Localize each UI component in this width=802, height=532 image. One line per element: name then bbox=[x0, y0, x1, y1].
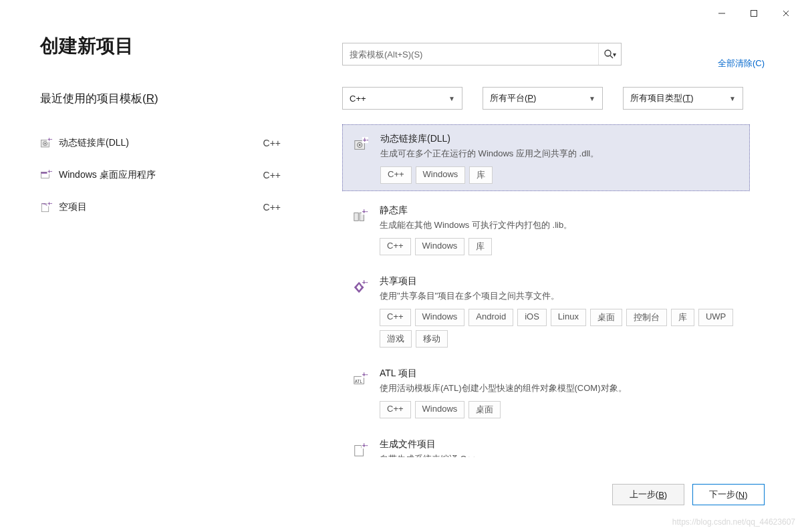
svg-text:++: ++ bbox=[362, 442, 368, 449]
recent-templates-heading: 最近使用的项目模板(R) bbox=[40, 91, 158, 106]
svg-rect-23 bbox=[354, 213, 358, 221]
template-item[interactable]: ++ 共享项目 使用"共享条目"项目在多个项目之间共享文件。 C++Window… bbox=[342, 267, 750, 354]
maximize-button[interactable] bbox=[746, 5, 762, 21]
language-filter-value: C++ bbox=[350, 94, 366, 104]
template-title: 动态链接库(DLL) bbox=[380, 133, 743, 145]
template-tag: 库 bbox=[671, 309, 694, 326]
template-tags: C++Windows库 bbox=[380, 238, 743, 255]
template-tag: C++ bbox=[380, 238, 411, 255]
template-tag: Windows bbox=[415, 401, 465, 418]
template-description: 使用活动模板库(ATL)创建小型快速的组件对象模型(COM)对象。 bbox=[380, 382, 743, 394]
template-tag: Windows bbox=[415, 309, 465, 326]
svg-text:++: ++ bbox=[47, 169, 52, 175]
template-title: 共享项目 bbox=[380, 275, 743, 287]
template-item[interactable]: ++ 动态链接库(DLL) 生成可在多个正在运行的 Windows 应用之间共享… bbox=[342, 124, 750, 191]
template-tag: C++ bbox=[380, 309, 411, 326]
chevron-down-icon: ▼ bbox=[448, 95, 455, 102]
template-item[interactable]: ATL++ ATL 项目 使用活动模板库(ATL)创建小型快速的组件对象模型(C… bbox=[342, 360, 750, 425]
minimize-button[interactable] bbox=[714, 5, 730, 21]
chevron-down-icon: ▼ bbox=[589, 95, 595, 102]
page-title: 创建新项目 bbox=[40, 33, 134, 59]
template-tag: 桌面 bbox=[590, 309, 622, 326]
template-tag: 移动 bbox=[416, 330, 448, 348]
search-box[interactable]: ▾ bbox=[342, 43, 622, 65]
svg-point-4 bbox=[605, 50, 611, 56]
template-icon: ATL++ bbox=[349, 368, 372, 390]
platform-filter-value: 所有平台(P) bbox=[490, 92, 536, 104]
template-tag: Android bbox=[469, 309, 513, 326]
back-button[interactable]: 上一步(B) bbox=[612, 484, 684, 505]
template-tag: 桌面 bbox=[469, 401, 501, 418]
template-icon: ++ bbox=[40, 169, 52, 181]
template-tag: 库 bbox=[469, 166, 493, 184]
platform-filter[interactable]: 所有平台(P) ▼ bbox=[483, 87, 603, 110]
recent-item-name: Windows 桌面应用程序 bbox=[59, 169, 263, 181]
template-icon: ++ bbox=[40, 201, 52, 213]
search-input[interactable] bbox=[343, 43, 598, 65]
project-type-filter[interactable]: 所有项目类型(T) ▼ bbox=[623, 87, 743, 110]
template-icon: ++ bbox=[350, 133, 372, 156]
template-tag: C++ bbox=[380, 166, 412, 184]
clear-all-label: 全部清除(C) bbox=[718, 58, 765, 68]
template-tag: 控制台 bbox=[626, 309, 667, 326]
template-tag: iOS bbox=[517, 309, 547, 326]
template-description: 生成能在其他 Windows 可执行文件内打包的 .lib。 bbox=[380, 219, 743, 231]
svg-text:ATL: ATL bbox=[355, 379, 363, 384]
template-title: 静态库 bbox=[380, 205, 743, 217]
next-button[interactable]: 下一步(N) bbox=[692, 484, 765, 505]
svg-point-20 bbox=[359, 144, 361, 146]
svg-text:++: ++ bbox=[363, 137, 368, 144]
template-tags: C++WindowsAndroidiOSLinux桌面控制台库UWP游戏移动 bbox=[380, 309, 743, 348]
template-tag: 库 bbox=[469, 238, 492, 255]
close-button[interactable] bbox=[778, 5, 794, 21]
recent-item-language: C++ bbox=[263, 138, 307, 148]
template-description: 使用"共享条目"项目在多个项目之间共享文件。 bbox=[380, 290, 743, 302]
template-description: 自带生成系统来编译 C++。 bbox=[380, 453, 743, 457]
search-icon[interactable]: ▾ bbox=[598, 43, 621, 65]
template-list[interactable]: ++ 动态链接库(DLL) 生成可在多个正在运行的 Windows 应用之间共享… bbox=[342, 124, 750, 457]
svg-text:++: ++ bbox=[362, 279, 368, 286]
svg-text:++: ++ bbox=[362, 372, 368, 378]
chevron-down-icon: ▼ bbox=[729, 95, 736, 102]
template-tag: Windows bbox=[416, 166, 466, 184]
recent-item-language: C++ bbox=[263, 170, 307, 180]
template-tag: Linux bbox=[551, 309, 586, 326]
template-tag: UWP bbox=[698, 309, 733, 326]
recent-template-item[interactable]: ++ 动态链接库(DLL) C++ bbox=[40, 127, 307, 159]
svg-text:++: ++ bbox=[47, 137, 52, 143]
template-icon: ++ bbox=[349, 275, 372, 298]
template-title: ATL 项目 bbox=[380, 368, 743, 380]
template-icon: ++ bbox=[349, 438, 372, 457]
template-icon: ++ bbox=[349, 205, 372, 227]
watermark: https://blog.csdn.net/qq_44623607 bbox=[672, 517, 795, 527]
svg-text:++: ++ bbox=[47, 201, 52, 207]
clear-all-link[interactable]: 全部清除(C) bbox=[718, 57, 765, 70]
recent-item-name: 动态链接库(DLL) bbox=[59, 137, 263, 149]
recent-item-name: 空项目 bbox=[59, 201, 263, 213]
project-type-filter-value: 所有项目类型(T) bbox=[630, 92, 694, 104]
template-tag: 游戏 bbox=[380, 330, 412, 348]
template-tags: C++Windows桌面 bbox=[380, 401, 743, 418]
template-tags: C++Windows库 bbox=[380, 166, 743, 184]
svg-rect-1 bbox=[751, 11, 757, 17]
template-tag: Windows bbox=[415, 238, 465, 255]
template-item[interactable]: ++ 静态库 生成能在其他 Windows 可执行文件内打包的 .lib。 C+… bbox=[342, 196, 750, 262]
template-title: 生成文件项目 bbox=[380, 438, 743, 450]
svg-text:++: ++ bbox=[362, 209, 368, 215]
recent-template-item[interactable]: ++ 空项目 C++ bbox=[40, 191, 307, 223]
template-icon: ++ bbox=[40, 137, 52, 149]
language-filter[interactable]: C++ ▼ bbox=[342, 87, 462, 110]
recent-template-item[interactable]: ++ Windows 桌面应用程序 C++ bbox=[40, 159, 307, 191]
template-description: 生成可在多个正在运行的 Windows 应用之间共享的 .dll。 bbox=[380, 148, 743, 160]
recent-item-language: C++ bbox=[263, 202, 307, 213]
template-item[interactable]: ++ 生成文件项目 自带生成系统来编译 C++。 C++Windows桌面控制台… bbox=[342, 430, 750, 457]
svg-point-8 bbox=[44, 143, 45, 144]
template-tag: C++ bbox=[380, 401, 411, 418]
